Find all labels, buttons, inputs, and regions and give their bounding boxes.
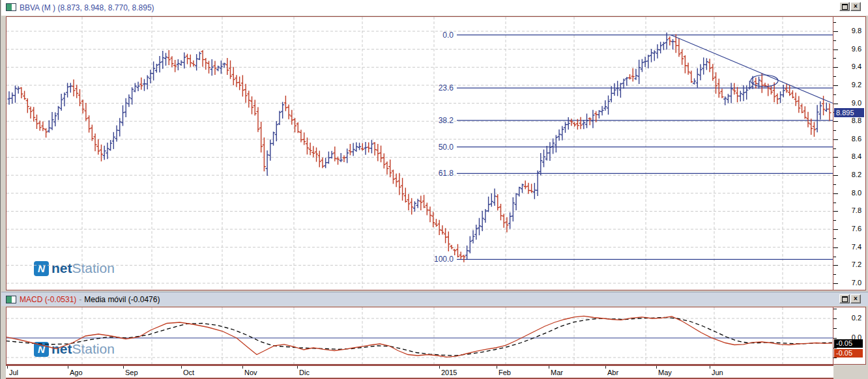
- ohlc-bar-up: [727, 94, 730, 103]
- price-axis-tick: [833, 175, 838, 176]
- price-chart-canvas[interactable]: 0.023.638.250.061.8100.0: [7, 17, 833, 290]
- price-axis-minor-tick: [833, 238, 836, 239]
- ohlc-bar-down: [677, 38, 680, 57]
- month-label: Jul: [9, 369, 18, 376]
- ohlc-bar-up: [481, 211, 484, 231]
- ohlc-bar-down: [431, 212, 435, 227]
- price-axis-tick: [833, 31, 838, 32]
- ohlc-bar-up: [539, 153, 542, 175]
- price-axis-minor-tick: [833, 166, 836, 167]
- month-label: Feb: [499, 369, 511, 376]
- ohlc-bar-down: [435, 219, 438, 227]
- price-axis-tick: [833, 67, 838, 68]
- ohlc-bar-down: [524, 180, 527, 189]
- price-axis-minor-tick: [833, 94, 836, 95]
- fib-label: 100.0: [434, 255, 454, 264]
- ohlc-bar-down: [367, 143, 370, 153]
- price-axis-label: 9.2: [840, 81, 861, 89]
- ohlc-bar-up: [548, 142, 551, 161]
- price-chart-plot[interactable]: N netStation 0.023.638.250.061.8100.0: [6, 16, 833, 290]
- price-axis-tick: [833, 247, 838, 248]
- ohlc-bar-down: [392, 170, 395, 184]
- price-axis-label: 7.8: [840, 206, 861, 214]
- ohlc-bar-down: [201, 50, 204, 66]
- ohlc-bar-down: [309, 143, 312, 155]
- ohlc-bar-up: [112, 132, 115, 149]
- price-axis-label: 7.0: [840, 279, 861, 287]
- price-panel-titlebar[interactable]: BBVA (M ) (8.873, 8.948, 8.770, 8.895) ×: [1, 0, 868, 16]
- macd-axis-tick: [833, 328, 837, 329]
- macd-panel-titlebar[interactable]: MACD (-0.0531)-Media móvil (-0.0476) ×: [1, 292, 868, 306]
- ohlc-bar-down: [456, 244, 459, 257]
- ohlc-bar-down: [438, 220, 441, 235]
- ohlc-bar-down: [238, 77, 241, 91]
- ohlc-bar-up: [155, 64, 158, 73]
- price-axis[interactable]: 9.89.69.49.29.08.88.68.48.28.07.87.67.47…: [833, 16, 866, 290]
- ohlc-bar-down: [259, 122, 263, 152]
- chart-mini-icon: [6, 3, 16, 11]
- ohlc-bar-up: [60, 94, 63, 111]
- ohlc-bar-down: [189, 55, 192, 67]
- close-button[interactable]: ×: [850, 2, 861, 11]
- ohlc-bar-up: [136, 81, 139, 91]
- ohlc-bar-up: [551, 139, 555, 154]
- fib-label: 0.0: [442, 31, 454, 40]
- ohlc-bar-down: [502, 214, 506, 227]
- ohlc-bar-up: [567, 117, 570, 130]
- ohlc-bar-down: [736, 87, 739, 102]
- ohlc-bar-up: [109, 140, 112, 151]
- ohlc-bar-down: [428, 206, 431, 222]
- price-axis-tick: [833, 49, 838, 50]
- ohlc-bar-down: [32, 107, 35, 122]
- time-axis-tick: [656, 366, 657, 369]
- macd-canvas[interactable]: [7, 307, 833, 364]
- close-icon: ×: [851, 295, 860, 302]
- ohlc-bar-up: [650, 49, 653, 62]
- ohlc-bar-down: [75, 85, 78, 98]
- ohlc-bar-down: [72, 79, 75, 96]
- ohlc-bar-up: [161, 51, 164, 69]
- ohlc-bar-up: [469, 236, 472, 253]
- ohlc-bar-down: [349, 144, 352, 155]
- time-axis[interactable]: JulAgoSepOctNovDic2015FebMarAbrMayJun: [6, 365, 833, 379]
- ohlc-bar-up: [671, 39, 674, 49]
- macd-axis[interactable]: 0.20.0-0.05-0.05: [833, 307, 866, 365]
- price-axis-minor-tick: [833, 220, 836, 221]
- maximize-button[interactable]: [839, 294, 850, 303]
- ohlc-bar-up: [542, 150, 545, 167]
- ohlc-bar-up: [364, 142, 367, 155]
- price-axis-label: 7.4: [840, 243, 861, 251]
- time-axis-tick: [549, 366, 549, 369]
- netstation-window: BBVA (M ) (8.873, 8.948, 8.770, 8.895) ×…: [0, 0, 868, 379]
- ohlc-bar-up: [646, 55, 650, 68]
- close-icon: ×: [851, 3, 860, 10]
- ohlc-bar-down: [680, 49, 684, 65]
- ohlc-bar-down: [373, 142, 377, 155]
- price-axis-label: 9.4: [840, 63, 861, 70]
- maximize-button[interactable]: [839, 2, 850, 11]
- ohlc-bar-down: [383, 153, 386, 168]
- close-button[interactable]: ×: [850, 294, 861, 303]
- ohlc-bar-up: [146, 76, 149, 90]
- ohlc-bar-down: [388, 160, 392, 177]
- month-label: Sep: [125, 369, 138, 376]
- ohlc-bar-down: [708, 59, 712, 72]
- ohlc-bar-down: [26, 98, 29, 113]
- ohlc-bar-up: [182, 52, 186, 68]
- ohlc-bar-up: [272, 132, 275, 145]
- ohlc-bar-up: [591, 110, 594, 128]
- ohlc-bar-up: [103, 146, 106, 160]
- ohlc-bar-down: [530, 184, 533, 193]
- ohlc-bar-down: [87, 115, 91, 132]
- month-label: 2015: [441, 369, 457, 376]
- ohlc-bar-down: [686, 63, 689, 75]
- macd-plot[interactable]: N netStation: [6, 307, 833, 365]
- ohlc-bar-down: [91, 124, 94, 141]
- ohlc-bar-down: [293, 118, 297, 132]
- ohlc-bar-down: [361, 143, 364, 151]
- price-axis-label: 8.8: [840, 117, 861, 124]
- ohlc-bar-up: [610, 86, 613, 102]
- ohlc-bar-up: [265, 150, 268, 176]
- ohlc-bar-down: [754, 77, 757, 89]
- price-axis-tick: [833, 104, 838, 104]
